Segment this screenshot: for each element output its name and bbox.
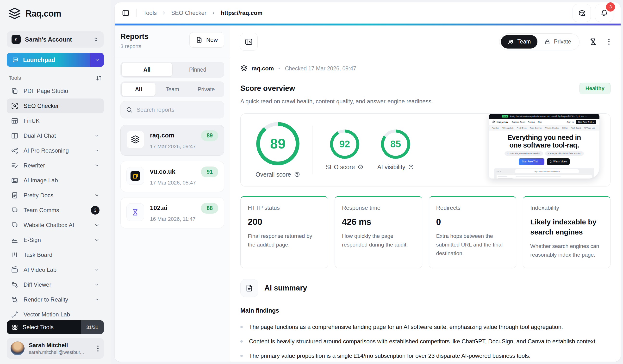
- users-icon: [508, 39, 514, 45]
- chevron-down-icon: [94, 222, 99, 228]
- report-item-102ai[interactable]: 102.ai 16 Mar 2026, 11:47 88: [120, 197, 224, 228]
- tab-scope-all[interactable]: All: [122, 83, 156, 96]
- report-kebab-menu[interactable]: [607, 37, 611, 46]
- git-compare-icon: [11, 281, 18, 288]
- select-tools-button[interactable]: Select Tools 31/31: [7, 320, 104, 334]
- sidebar-item-team-comms[interactable]: Team Comms 3: [7, 203, 104, 218]
- table-icon: [11, 117, 18, 125]
- help-icon[interactable]: [294, 171, 300, 178]
- visibility-private-button[interactable]: Private: [537, 35, 578, 48]
- ai102-favicon: [126, 203, 144, 221]
- sidebar-item-pretty-docs[interactable]: Pretty Docs: [7, 188, 104, 203]
- breadcrumb-tools[interactable]: Tools: [143, 10, 157, 16]
- chat-bubble-icon: [12, 56, 19, 63]
- metric-cards: HTTP status 200 Final response returned …: [240, 196, 610, 268]
- sidebar-item-vector-motion-lab[interactable]: Vector Motion Lab: [7, 307, 104, 322]
- scroll-icon: [11, 192, 18, 199]
- raq-logo-icon: [8, 7, 21, 20]
- help-icon[interactable]: [408, 164, 414, 170]
- sort-icon[interactable]: [96, 75, 102, 81]
- sidebar-item-task-board[interactable]: Task Board: [7, 247, 104, 262]
- chevron-down-icon: [94, 193, 99, 198]
- account-switcher[interactable]: s Sarah's Account: [7, 31, 104, 48]
- launchpad-expand-button[interactable]: [90, 53, 104, 67]
- visibility-team-button[interactable]: Team: [501, 35, 537, 48]
- chevron-down-icon: [94, 148, 99, 153]
- sidebar-item-ai-pro-reasoning[interactable]: AI Pro Reasoning: [7, 143, 104, 158]
- user-name: Sarah Mitchell: [29, 342, 91, 349]
- accent-gradient-bar: [115, 23, 621, 25]
- user-kebab-menu[interactable]: [96, 344, 100, 353]
- thumb-tool-strip: RewriterAI Image Lab Pretty DocsTeam Com…: [489, 125, 600, 130]
- tab-pinned[interactable]: Pinned: [172, 63, 223, 76]
- thumb-nav: Raq.com Explore Tools Pricing Blog Sign …: [489, 119, 600, 125]
- launchpad-label: Launchpad: [23, 56, 55, 64]
- sidebar-item-ai-video-lab[interactable]: AI Video Lab: [7, 262, 104, 277]
- report-item-raq[interactable]: raq.com 17 Mar 2026, 09:47 89: [120, 125, 224, 156]
- chevron-down-icon: [94, 297, 99, 302]
- breadcrumb-seo-checker[interactable]: SEO Checker: [171, 10, 206, 16]
- sidebar-item-seo-checker[interactable]: SEO Checker: [7, 99, 104, 113]
- image-icon: [11, 177, 18, 184]
- overall-score-label: Overall score: [255, 171, 291, 178]
- report-meta: raq.com Checked 17 Mar 2026, 09:47: [240, 65, 610, 72]
- reports-title: Reports: [120, 32, 149, 41]
- sidebar-item-rewriter[interactable]: Rewriter: [7, 158, 104, 173]
- file-text-icon: [240, 279, 258, 297]
- metric-http-status: HTTP status 200 Final response returned …: [240, 196, 328, 268]
- history-off-button[interactable]: [588, 36, 599, 47]
- chevron-right-icon: [161, 11, 166, 15]
- scan-search-icon: [11, 102, 18, 109]
- metric-response-time: Response time 426 ms How quickly the pag…: [334, 196, 422, 268]
- tab-scope-team[interactable]: Team: [156, 83, 189, 96]
- metric-redirects: Redirects 0 Extra hops between the submi…: [429, 196, 516, 268]
- sidebar-item-dual-ai-chat[interactable]: Dual AI Chat: [7, 128, 104, 143]
- sidebar-item-finuk[interactable]: FinUK: [7, 113, 104, 128]
- sidebar-item-e-sign[interactable]: E-Sign: [7, 233, 104, 247]
- thumb-hero: Everything you need in one software tool…: [489, 130, 600, 165]
- launchpad-main[interactable]: Launchpad: [7, 53, 90, 67]
- notifications-button[interactable]: 3: [595, 4, 613, 22]
- spline-icon: [11, 311, 18, 318]
- help-icon[interactable]: [358, 164, 363, 170]
- chevron-down-icon: [94, 133, 99, 138]
- new-report-button[interactable]: New: [189, 32, 224, 48]
- account-label: Sarah's Account: [25, 36, 89, 43]
- status-badge: Healthy: [579, 83, 610, 94]
- clapperboard-icon: [11, 266, 18, 273]
- report-list: raq.com 17 Mar 2026, 09:47 89 vu.co.uk 1…: [120, 125, 224, 228]
- ai-summary-title: AI summary: [264, 284, 307, 292]
- panel-left-icon[interactable]: [122, 9, 130, 17]
- user-email: sarah.mitchell@westbur...: [29, 350, 91, 355]
- overall-score-ring: 89: [256, 122, 299, 165]
- finding-item: The primary value proposition is a singl…: [240, 351, 610, 360]
- sidebar-item-diff-viewer[interactable]: Diff Viewer: [7, 277, 104, 292]
- tools-section-label: Tools: [9, 75, 21, 81]
- brand-name: Raq.com: [25, 9, 61, 19]
- tools-count: 31/31: [81, 320, 104, 334]
- report-checked-time: Checked 17 Mar 2026, 09:47: [285, 65, 356, 72]
- sidebar: Raq.com s Sarah's Account Launchpad Tool…: [0, 0, 111, 364]
- tab-all[interactable]: All: [122, 63, 172, 76]
- report-item-vu[interactable]: vu.co.uk 17 Mar 2026, 05:47 91: [120, 161, 224, 192]
- findings-list: The page functions as a comprehensive la…: [240, 323, 610, 362]
- sidebar-item-render-to-reality[interactable]: Render to Reality: [7, 292, 104, 307]
- sidebar-item-ai-image-lab[interactable]: AI Image Lab: [7, 173, 104, 188]
- sidebar-item-pdf-page-studio[interactable]: PDF Page Studio: [7, 84, 104, 99]
- notification-count-badge: 3: [606, 2, 615, 12]
- user-menu[interactable]: Sarah Mitchell sarah.mitchell@westbur...: [7, 338, 104, 359]
- search-input[interactable]: [136, 107, 219, 113]
- ai-visibility-label: AI visibility: [377, 164, 405, 171]
- chevron-right-icon: [211, 11, 216, 15]
- select-tools-label: Select Tools: [22, 324, 54, 331]
- launchpad-button[interactable]: Launchpad: [7, 53, 104, 67]
- collapse-panel-button[interactable]: [240, 33, 258, 51]
- package-search-button[interactable]: [573, 4, 591, 22]
- sidebar-item-website-chatbox-ai[interactable]: Website Chatbox AI: [7, 218, 104, 233]
- thumb-browser-preview: raq.com/tools/multi-model-chat: [494, 168, 594, 178]
- pages-icon: [11, 87, 18, 95]
- tab-scope-private[interactable]: Private: [189, 83, 223, 96]
- chevrons-up-down-icon: [93, 36, 99, 43]
- reports-panel: Reports 3 reports New All Pinned All Tea…: [115, 25, 230, 362]
- seo-score-ring: 92: [330, 129, 359, 159]
